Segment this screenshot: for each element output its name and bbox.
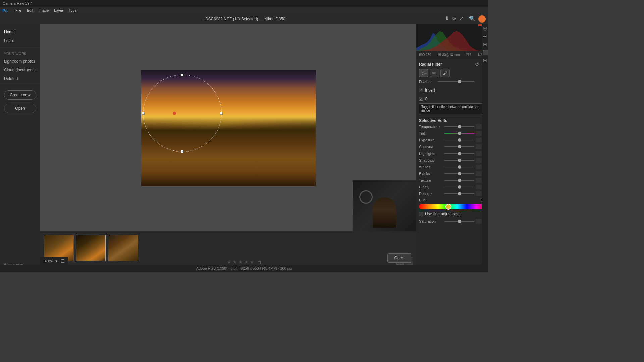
tooltip-text: Toggle filter effect between outside and…	[421, 105, 479, 112]
thumb-bg-3	[108, 235, 138, 261]
blacks-row: Blacks 0	[419, 171, 486, 176]
sidebar-item-deleted[interactable]: Deleted	[0, 74, 40, 83]
exposure-value: 15-30@18 mm	[437, 53, 460, 57]
filmstrip-thumb-3[interactable]	[108, 235, 138, 261]
sidebar-item-cloud[interactable]: Cloud documents	[0, 66, 40, 74]
hue-label: Hue	[419, 198, 443, 202]
highlights-slider[interactable]	[444, 153, 474, 154]
expand-icon[interactable]: ⤢	[459, 15, 464, 23]
file-name: _DSC6982.NEF (1/3 Selected) — Nikon D850	[203, 17, 285, 21]
highlights-label: Highlights	[419, 152, 443, 156]
blacks-thumb[interactable]	[458, 172, 461, 175]
hue-row: Hue 0,0	[419, 198, 486, 202]
clarity-slider[interactable]	[444, 187, 474, 187]
radial-tool-icon[interactable]: ◎	[482, 25, 488, 31]
highlights-thumb[interactable]	[458, 152, 461, 155]
tint-slider[interactable]	[444, 133, 474, 134]
open-button-sidebar[interactable]: Open	[4, 104, 36, 113]
overlay-label: O	[425, 97, 428, 101]
user-avatar[interactable]	[478, 15, 486, 23]
zoom-dropdown-icon[interactable]: ▼	[55, 259, 58, 263]
history-icon[interactable]: ↩	[482, 34, 488, 39]
saturation-slider[interactable]	[444, 221, 474, 222]
menu-type[interactable]: Type	[67, 8, 79, 13]
circle-tool-btn[interactable]: ◎	[419, 69, 428, 77]
blacks-slider[interactable]	[444, 173, 474, 174]
texture-thumb[interactable]	[458, 179, 461, 182]
temperature-label: Temperature	[419, 125, 443, 129]
tint-row: Tint 0	[419, 131, 486, 136]
fine-adj-checkbox[interactable]	[419, 212, 423, 216]
menu-image[interactable]: Image	[37, 8, 51, 13]
grid-icon[interactable]: ⊞	[482, 58, 488, 63]
open-image-button[interactable]: Open	[387, 253, 411, 263]
contrast-thumb[interactable]	[458, 145, 461, 148]
save-icon[interactable]: ⬇	[445, 15, 449, 23]
sidebar-item-learn[interactable]: Learn	[0, 36, 40, 45]
filmstrip-thumb-2[interactable]	[76, 235, 106, 261]
shadows-slider[interactable]	[444, 160, 474, 161]
star-5[interactable]: ★	[250, 259, 254, 265]
video-thumbnail	[353, 180, 416, 231]
texture-slider[interactable]	[444, 180, 474, 181]
whites-slider[interactable]	[444, 167, 474, 167]
reset-icon[interactable]: ↺	[475, 62, 479, 67]
feather-slider[interactable]	[438, 81, 474, 82]
invert-checkbox[interactable]: ✓	[419, 88, 423, 92]
saturation-thumb[interactable]	[458, 220, 461, 223]
clarity-thumb[interactable]	[458, 185, 461, 189]
wheel-icon	[359, 190, 373, 204]
brush-tool-btn[interactable]: ✏	[430, 69, 439, 77]
tint-thumb[interactable]	[458, 132, 461, 135]
star-3[interactable]: ★	[238, 259, 243, 265]
hue-value: 0,0	[444, 198, 486, 202]
feather-label: Feather	[419, 80, 436, 84]
sidebar-item-home[interactable]: Home	[0, 27, 40, 36]
exposure-slider[interactable]	[444, 140, 474, 140]
histogram	[416, 24, 488, 51]
dehaze-thumb[interactable]	[458, 192, 461, 195]
menu-file[interactable]: File	[13, 8, 23, 13]
layers-icon[interactable]: ⊟	[482, 42, 488, 47]
iso-value: ISO 250	[419, 53, 431, 57]
texture-row: Texture 0	[419, 178, 486, 183]
feather-row: Feather 50	[419, 80, 486, 84]
shadows-row: Shadows 0	[419, 158, 486, 163]
hue-thumb[interactable]	[445, 204, 451, 210]
temperature-slider[interactable]	[444, 126, 474, 127]
camera-info: ISO 250 15-30@18 mm f/13 1/25s	[416, 51, 488, 59]
star-1[interactable]: ★	[227, 259, 231, 265]
menu-layer[interactable]: Layer	[52, 8, 65, 13]
exposure-thumb[interactable]	[458, 138, 461, 142]
selective-edits-title: Selective Edits	[419, 118, 447, 123]
tooltip-box: Toggle filter effect between outside and…	[419, 103, 486, 114]
contrast-slider[interactable]	[444, 146, 474, 147]
metadata-icon[interactable]: ☰	[61, 258, 65, 264]
fstop-value: f/13	[466, 53, 472, 57]
star-4[interactable]: ★	[244, 259, 249, 265]
ps-logo: Ps	[0, 7, 10, 14]
create-new-button[interactable]: Create new	[4, 90, 36, 100]
search-icon[interactable]: 🔍	[469, 15, 476, 23]
whites-thumb[interactable]	[458, 165, 461, 169]
whites-row: Whites 0	[419, 165, 486, 169]
sidebar-item-lightroom[interactable]: Lightroom photos	[0, 57, 40, 66]
hue-bar[interactable]	[419, 204, 486, 209]
feather-thumb[interactable]	[458, 80, 461, 83]
svg-rect-1	[478, 24, 482, 26]
settings-icon[interactable]: ⚙	[452, 15, 457, 23]
exposure-row: Exposure 0	[419, 138, 486, 142]
contrast-row: Contrast 0	[419, 144, 486, 149]
whites-label: Whites	[419, 165, 443, 169]
shadows-thumb[interactable]	[458, 159, 461, 162]
flow-tool-btn[interactable]: 🖌	[440, 69, 450, 77]
dehaze-slider[interactable]	[444, 193, 474, 194]
temperature-thumb[interactable]	[458, 125, 461, 128]
star-2[interactable]: ★	[233, 259, 237, 265]
menu-edit[interactable]: Edit	[25, 8, 35, 13]
zoom-control: 16.8% ▼ ☰	[40, 257, 68, 265]
delete-rating-icon[interactable]: 🗑	[257, 259, 262, 265]
filter-panel: Radial Filter ↺ ⋯ ◎ ✏ 🖌 Feather 50 ✓ Inv	[416, 59, 488, 272]
mask-icon[interactable]: ⬛	[482, 50, 488, 55]
overlay-checkbox[interactable]: ✓	[419, 97, 423, 101]
